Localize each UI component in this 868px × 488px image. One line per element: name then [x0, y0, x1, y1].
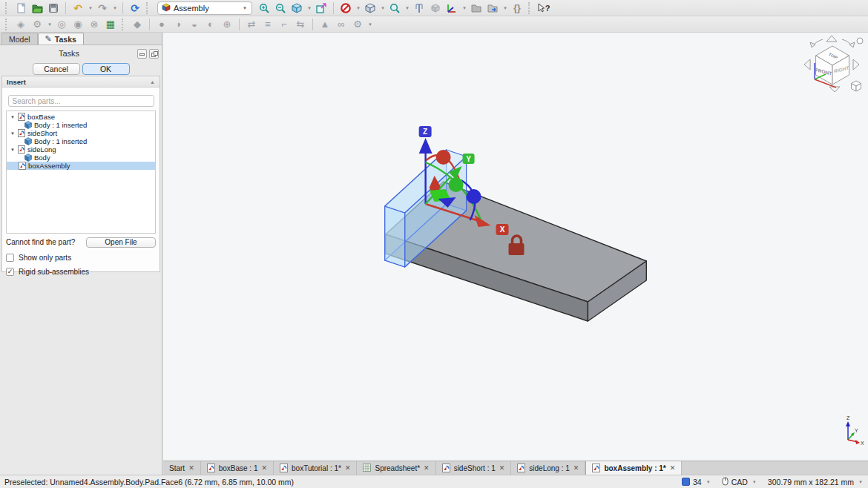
nav-home-circle[interactable] [857, 38, 863, 44]
standard-views-icon[interactable] [363, 1, 378, 16]
tab-spreadsheet[interactable]: Spreadsheet* ✕ [357, 461, 435, 475]
cylindrical-joint-icon[interactable]: ◒ [187, 17, 202, 32]
folder-icon[interactable] [469, 1, 484, 16]
distance-joint-icon[interactable]: ⇄ [244, 17, 259, 32]
undo-dropdown-caret[interactable]: ▾ [88, 5, 93, 11]
render-dropdown-caret[interactable]: ▾ [706, 479, 711, 485]
viewport-dimensions-indicator[interactable]: 300.79 mm x 182.21 mm ▾ [768, 478, 864, 487]
expander-icon[interactable]: ▼ [10, 115, 16, 119]
toggle-grounded-icon[interactable]: ◆ [130, 17, 145, 32]
tree-item-boxbase[interactable]: ▼ boxBase [7, 113, 155, 121]
revolute-joint-icon[interactable]: ◑ [171, 17, 185, 32]
tree-item-body[interactable]: Body : 1 inserted [7, 137, 155, 145]
insert-component-dropdown-caret[interactable]: ▾ [47, 22, 53, 27]
navigation-cube[interactable]: TOP FRONT RIGHT [804, 36, 863, 92]
planar-joint-icon[interactable]: ◐ [203, 17, 218, 32]
whats-this-icon[interactable]: ? [536, 1, 551, 16]
export-icon[interactable] [485, 1, 500, 16]
x-rotation-sphere[interactable] [436, 150, 451, 165]
nav-arrow-down[interactable] [829, 87, 840, 92]
sync-view-icon[interactable] [314, 1, 329, 16]
open-file-button[interactable]: Open File [86, 237, 156, 248]
expander-icon[interactable]: ▼ [10, 148, 16, 152]
close-tab-icon[interactable]: ✕ [188, 464, 194, 472]
search-parts-input[interactable] [8, 95, 154, 107]
fit-all-icon[interactable] [289, 1, 304, 16]
fixed-joint-icon[interactable]: ● [154, 17, 169, 32]
dimensions-dropdown-caret[interactable]: ▾ [858, 479, 864, 485]
tree-item-sideshort[interactable]: ▼ sideShort [7, 129, 155, 137]
nav-mini-cube[interactable] [852, 81, 861, 91]
placement-axes-dropdown-caret[interactable]: ▾ [461, 5, 467, 11]
3d-viewport[interactable]: Z Y X [163, 33, 868, 461]
nav-arrow-up[interactable] [826, 36, 837, 42]
undo-icon[interactable]: ↶ [70, 1, 85, 16]
export-dropdown-caret[interactable]: ▾ [502, 5, 508, 11]
bill-of-materials-icon[interactable]: ▦ [103, 17, 118, 32]
collapse-section-icon[interactable]: ▲ [150, 79, 155, 85]
save-document-icon[interactable] [46, 1, 61, 16]
draw-style-icon[interactable] [338, 1, 353, 16]
ok-button[interactable]: OK [82, 63, 130, 75]
parallel-joint-icon[interactable]: ≡ [260, 17, 275, 32]
zoom-tools-icon[interactable] [387, 1, 402, 16]
tab-boxassembly-active[interactable]: boxAssembly : 1* ✕ [585, 461, 682, 475]
draw-style-dropdown-caret[interactable]: ▾ [355, 5, 361, 11]
toolbar-grip[interactable] [122, 19, 126, 30]
new-document-icon[interactable] [13, 1, 28, 16]
nav-rotate-ccw-arrowhead[interactable] [810, 42, 815, 47]
z-arrow-cone[interactable] [419, 138, 433, 154]
placement-axes-icon[interactable] [444, 1, 459, 16]
cancel-button[interactable]: Cancel [33, 63, 80, 75]
symmetric-joint-icon[interactable]: ⇆ [293, 17, 308, 32]
collapse-panel-button[interactable] [137, 49, 147, 59]
open-document-icon[interactable] [30, 1, 45, 16]
toolbar-grip[interactable] [5, 19, 10, 30]
nav-arrow-left[interactable] [804, 59, 810, 70]
render-quality-selector[interactable]: 34 ▾ [682, 478, 711, 487]
y-rotation-sphere[interactable] [449, 177, 464, 192]
kinematic-links-icon[interactable]: ∞ [334, 17, 349, 32]
insert-section-header[interactable]: Insert ▲ [2, 76, 160, 88]
ball-joint-icon[interactable]: ⊕ [220, 17, 234, 32]
tab-sidelong[interactable]: sideLong : 1 ✕ [511, 461, 585, 475]
tree-item-sidelong[interactable]: ▼ sideLong [7, 145, 155, 154]
create-assembly-icon[interactable]: ◈ [13, 17, 28, 32]
toolbar-grip[interactable] [146, 2, 151, 14]
nav-rotate-cw-arrowhead[interactable] [849, 42, 855, 47]
toolbar-grip[interactable] [528, 2, 533, 14]
expression-braces-icon[interactable]: {} [510, 1, 525, 16]
close-tab-icon[interactable]: ✕ [573, 464, 579, 472]
tab-boxtutorial[interactable]: boxTutorial : 1* ✕ [274, 461, 357, 475]
tab-model[interactable]: Model [1, 33, 38, 44]
expander-icon[interactable]: ▼ [10, 131, 16, 136]
part-tool-icon[interactable] [428, 1, 443, 16]
show-only-parts-checkbox[interactable] [6, 254, 14, 262]
update-assembly-icon[interactable]: ◉ [70, 17, 85, 32]
tab-tasks[interactable]: ✎ Tasks [38, 33, 84, 44]
toolbar-grip[interactable] [5, 2, 10, 14]
redo-icon[interactable]: ↷ [95, 1, 110, 16]
tree-item-body[interactable]: Body [7, 154, 155, 162]
tab-start[interactable]: Start ✕ [163, 461, 201, 475]
zoom-out-icon[interactable] [273, 1, 288, 16]
tree-item-boxassembly-selected[interactable]: boxAssembly [7, 162, 155, 170]
assembly-preferences-dropdown-caret[interactable]: ▾ [367, 22, 373, 27]
float-panel-button[interactable] [149, 49, 159, 59]
zoom-tools-dropdown-caret[interactable]: ▾ [404, 5, 410, 11]
close-tab-icon[interactable]: ✕ [670, 464, 676, 472]
insert-component-icon[interactable]: ⚙ [30, 17, 45, 32]
workbench-dropdown-caret[interactable]: ▾ [242, 5, 248, 11]
tree-item-body[interactable]: Body : 1 inserted [7, 121, 155, 129]
fit-all-dropdown-caret[interactable]: ▾ [306, 5, 312, 11]
solve-assembly-icon[interactable]: ◎ [54, 17, 69, 32]
close-tab-icon[interactable]: ✕ [261, 464, 267, 472]
angle-joint-icon[interactable]: ⌐ [277, 17, 292, 32]
zoom-in-icon[interactable] [257, 1, 272, 16]
navigation-style-selector[interactable]: CAD ▾ [722, 477, 757, 487]
standard-views-dropdown-caret[interactable]: ▾ [380, 5, 386, 11]
workbench-selector[interactable]: Assembly ▾ [157, 1, 252, 15]
close-tab-icon[interactable]: ✕ [424, 464, 430, 472]
assembly-preferences-icon[interactable]: ⚙ [350, 17, 365, 32]
refresh-icon[interactable]: ⟳ [128, 1, 142, 16]
